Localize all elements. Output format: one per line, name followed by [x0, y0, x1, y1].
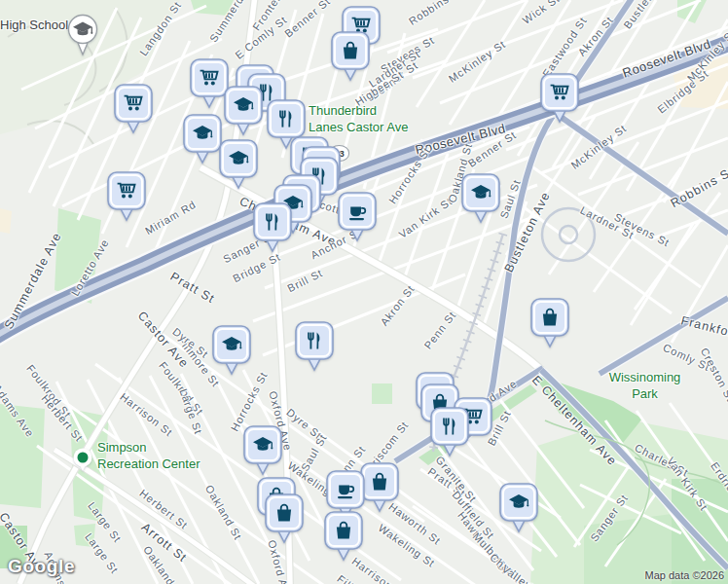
poi-label-simpson-recreation-center[interactable]: SimpsonRecreation Center — [97, 440, 200, 473]
map-pin-fork[interactable] — [427, 404, 472, 460]
map-pin-fork[interactable] — [292, 318, 337, 375]
map-pin-dot[interactable] — [71, 446, 94, 475]
map-pin-school[interactable] — [63, 12, 102, 60]
map-pin-cart[interactable] — [104, 168, 149, 225]
map-pin-cart[interactable] — [111, 81, 156, 137]
google-logo[interactable]: Google — [8, 556, 75, 577]
map-pin-grad[interactable] — [458, 170, 503, 227]
map-pin-grad[interactable] — [216, 136, 261, 193]
map-pin-grad[interactable] — [240, 422, 285, 479]
map-pin-bag[interactable] — [262, 491, 307, 547]
map-pin-bag[interactable] — [321, 508, 366, 565]
map-attribution: Map data ©2026 — [645, 569, 725, 581]
map-pin-grad[interactable] — [209, 322, 254, 379]
poi-label-high-school[interactable]: High School — [0, 18, 68, 34]
map-canvas[interactable]: Langdon StSummerdale AveSummerdale AveFr… — [0, 0, 728, 584]
poi-label-thunderbird-lanes[interactable]: ThunderbirdLanes Castor Ave — [309, 103, 408, 136]
map-pin-grad[interactable] — [221, 83, 266, 139]
map-pin-bag[interactable] — [328, 28, 373, 85]
map-pin-fork[interactable] — [250, 200, 295, 256]
map-pin-coffee[interactable] — [335, 189, 380, 245]
map-pin-grad[interactable] — [496, 480, 541, 536]
map-pin-cart[interactable] — [537, 70, 582, 127]
poi-label-wissinoming-park[interactable]: WissinomingPark — [584, 370, 706, 403]
map-pin-bag[interactable] — [528, 295, 572, 351]
